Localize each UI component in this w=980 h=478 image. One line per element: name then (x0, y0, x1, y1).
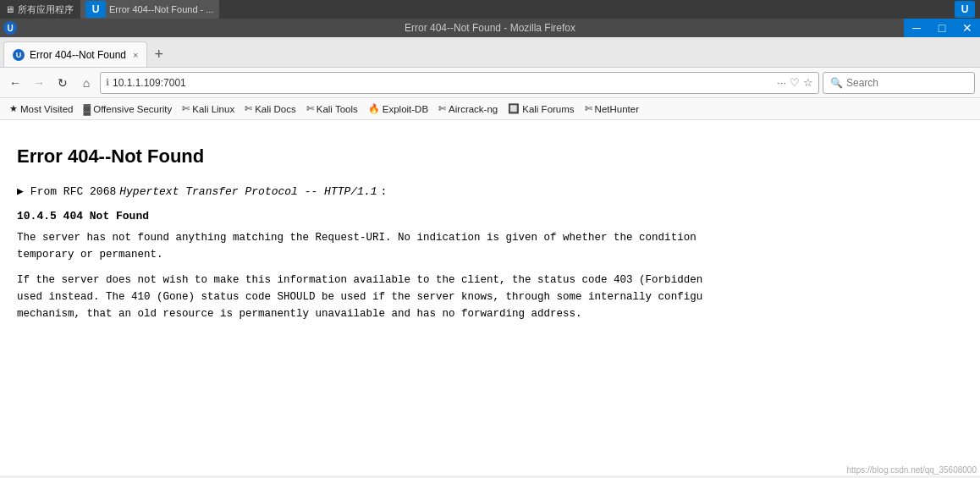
reload-button[interactable]: ↻ (52, 73, 73, 93)
title-bar-controls: ─ □ ✕ (904, 19, 980, 37)
bookmark-most-visited-label: Most Visited (20, 104, 73, 114)
tab-bar: U Error 404--Not Found × + (0, 37, 980, 68)
watermark: https://blog.csdn.net/qq_35608000 (847, 465, 977, 475)
page-content: Error 404--Not Found ▶ From RFC 2068 Hyp… (0, 120, 980, 475)
offensive-security-icon: ▓ (83, 103, 91, 115)
most-visited-icon: ★ (9, 103, 18, 114)
forward-button[interactable]: → (29, 73, 49, 93)
taskbar-right: U (955, 1, 975, 18)
search-input[interactable] (846, 77, 956, 89)
taskbar-tab-title: Error 404--Not Found - ... (109, 4, 214, 14)
tab-close-button[interactable]: × (133, 50, 138, 60)
new-tab-button[interactable]: + (147, 41, 170, 67)
title-bar-title: Error 404--Not Found - Mozilla Firefox (405, 22, 575, 34)
bookmark-exploit-db[interactable]: 🔥 Exploit-DB (364, 102, 432, 116)
more-button[interactable]: ··· (777, 76, 786, 89)
bookmark-kali-tools[interactable]: ✄ Kali Tools (302, 102, 362, 116)
rfc-title-italic: Hypertext Transfer Protocol -- HTTP/1.1 (119, 185, 377, 198)
nav-bar: ← → ↻ ⌂ ℹ ··· ♡ ☆ 🔍 (0, 68, 980, 98)
bookmark-offensive-security-label: Offensive Security (93, 104, 172, 114)
bookmark-kali-forums[interactable]: 🔲 Kali Forums (504, 102, 578, 116)
maximize-button[interactable]: □ (929, 19, 955, 37)
taskbar-browser-icon: U (85, 1, 106, 18)
title-bar: U Error 404--Not Found - Mozilla Firefox… (0, 19, 980, 37)
bookmark-nethunter-label: NetHunter (595, 104, 639, 114)
cursor-pointer-icon: ▶ (17, 184, 24, 198)
bookmark-kali-docs[interactable]: ✄ Kali Docs (240, 102, 300, 116)
address-actions: ··· ♡ ☆ (777, 76, 813, 89)
nethunter-icon: ✄ (585, 103, 592, 114)
taskbar-tab[interactable]: U Error 404--Not Found - ... (80, 0, 219, 19)
section-title: 10.4.5 404 Not Found (17, 210, 963, 223)
secure-icon: ℹ (106, 77, 109, 88)
bookmark-most-visited[interactable]: ★ Most Visited (5, 102, 77, 116)
tab-label: Error 404--Not Found (30, 49, 126, 61)
close-button[interactable]: ✕ (955, 19, 980, 37)
address-input[interactable] (113, 77, 774, 89)
bookmark-kali-docs-label: Kali Docs (255, 104, 296, 114)
home-button[interactable]: ⌂ (76, 73, 96, 93)
kali-docs-icon: ✄ (245, 103, 252, 114)
bookmark-aircrack-label: Aircrack-ng (449, 104, 498, 114)
body-text-2: If the server does not wish to make this… (17, 272, 963, 322)
error-title: Error 404--Not Found (17, 146, 963, 168)
search-icon: 🔍 (830, 77, 843, 89)
bookmark-offensive-security[interactable]: ▓ Offensive Security (79, 102, 176, 117)
kali-linux-icon: ✄ (182, 103, 190, 114)
rfc-suffix: : (381, 185, 388, 198)
search-bar-container[interactable]: 🔍 (823, 72, 975, 94)
taskbar: 🖥 所有应用程序 U Error 404--Not Found - ... U (0, 0, 980, 19)
kali-tools-icon: ✄ (306, 103, 314, 114)
bookmark-star-button[interactable]: ☆ (803, 76, 813, 89)
address-bar[interactable]: ℹ ··· ♡ ☆ (100, 72, 819, 94)
tab-favicon: U (13, 49, 25, 61)
taskbar-app-icon: 🖥 (5, 4, 14, 14)
bookmark-nethunter[interactable]: ✄ NetHunter (581, 102, 643, 116)
back-button[interactable]: ← (5, 73, 25, 93)
bookmark-kali-tools-label: Kali Tools (317, 104, 358, 114)
active-tab[interactable]: U Error 404--Not Found × (3, 41, 147, 67)
taskbar-apps-label: 所有应用程序 (18, 3, 74, 16)
taskbar-window-icon[interactable]: U (955, 1, 975, 18)
taskbar-apps: 🖥 所有应用程序 (5, 3, 74, 16)
bookmark-kali-forums-label: Kali Forums (522, 104, 574, 114)
bookmark-kali-linux[interactable]: ✄ Kali Linux (178, 102, 239, 116)
firefox-icon: U (3, 21, 17, 35)
minimize-button[interactable]: ─ (904, 19, 929, 37)
reader-mode-button[interactable]: ♡ (790, 76, 800, 89)
body-text-1: The server has not found anything matchi… (17, 229, 963, 263)
exploit-db-icon: 🔥 (368, 103, 380, 114)
kali-forums-icon: 🔲 (508, 103, 520, 114)
title-bar-logo: U (3, 19, 17, 37)
rfc-line: ▶ From RFC 2068 Hypertext Transfer Proto… (17, 184, 963, 198)
bookmark-exploit-db-label: Exploit-DB (383, 104, 428, 114)
rfc-prefix: From RFC 2068 (30, 185, 116, 198)
bookmark-aircrack[interactable]: ✄ Aircrack-ng (434, 102, 502, 116)
bookmark-kali-linux-label: Kali Linux (192, 104, 234, 114)
bookmarks-bar: ★ Most Visited ▓ Offensive Security ✄ Ka… (0, 98, 980, 120)
aircrack-icon: ✄ (438, 103, 446, 114)
